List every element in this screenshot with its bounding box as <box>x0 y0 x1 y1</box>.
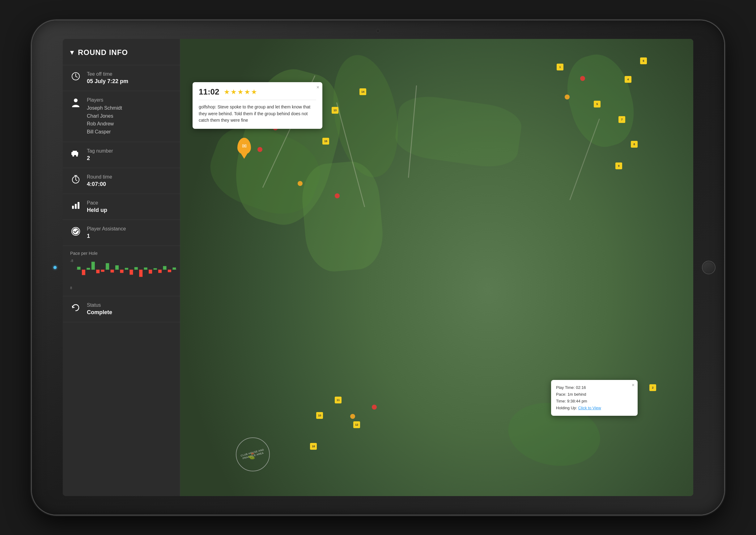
players-label: Players <box>87 97 122 103</box>
marker-orange-3 <box>350 414 355 419</box>
ipad-home-button[interactable] <box>702 261 715 274</box>
flag-5: 5 <box>594 101 600 107</box>
popup-body: golfshop: Steve spoke to the group and l… <box>199 104 316 124</box>
player-2: Charl Jones <box>87 112 122 120</box>
ipad-screen: ▾ ROUND INFO Tee off time 05 July 7:22 p… <box>63 39 693 496</box>
tee-off-item: Tee off time 05 July 7:22 pm <box>63 65 180 91</box>
svg-rect-30 <box>130 270 133 275</box>
page-title: ROUND INFO <box>78 48 128 57</box>
svg-rect-19 <box>77 267 80 270</box>
fairway-4 <box>299 159 386 274</box>
chart-axis-top: -8 <box>70 259 73 263</box>
svg-point-6 <box>72 155 74 156</box>
svg-rect-27 <box>115 265 119 270</box>
marker-red-4 <box>372 405 377 409</box>
player-assistance-value: 1 <box>87 233 126 239</box>
svg-rect-28 <box>120 270 123 273</box>
svg-rect-32 <box>139 270 142 277</box>
round-time-label: Round time <box>87 174 112 180</box>
svg-rect-5 <box>73 151 77 153</box>
svg-rect-29 <box>125 268 128 270</box>
chart-svg <box>76 259 178 280</box>
tag-value: 2 <box>87 155 113 161</box>
popup-top-header: 11:02 ★★★★★ <box>199 87 316 100</box>
pace-popup-label: Pace: <box>556 392 566 397</box>
flag-8: 8 <box>631 141 638 148</box>
chevron-down-icon: ▾ <box>70 48 73 57</box>
player-4: Bill Casper <box>87 128 122 136</box>
svg-rect-22 <box>92 262 95 270</box>
tag-number-item: Tag number 2 <box>63 142 180 168</box>
players-list: Joseph Schmidt Charl Jones Rob Andrew Bi… <box>87 104 122 136</box>
play-time-value: 02:16 <box>576 385 586 390</box>
sidebar: ▾ ROUND INFO Tee off time 05 July 7:22 p… <box>63 39 180 496</box>
status-value: Complete <box>87 309 112 316</box>
flag-11: 11 <box>335 397 341 404</box>
status-item: Status Complete <box>63 296 180 322</box>
bar-chart-icon <box>70 200 81 210</box>
popup-bottom-close[interactable]: × <box>632 382 634 388</box>
svg-rect-20 <box>82 270 85 275</box>
player-1: Joseph Schmidt <box>87 104 122 112</box>
pace-chart-label: Pace per Hole <box>70 251 172 256</box>
popup-top-close[interactable]: × <box>316 85 319 90</box>
pace-chart-section: Pace per Hole -8 <box>63 246 180 296</box>
popup-stars: ★★★★★ <box>224 88 258 96</box>
check-circle-icon <box>70 226 81 236</box>
flag-7: 7 <box>619 116 625 123</box>
sidebar-header[interactable]: ▾ ROUND INFO <box>63 39 180 65</box>
round-time-value: 4:07:00 <box>87 181 112 187</box>
tee-off-value: 05 July 7:22 pm <box>87 78 128 85</box>
svg-rect-21 <box>87 268 90 270</box>
pace-popup-value: 1m behind <box>567 392 586 397</box>
player-assistance-info: Player Assistance 1 <box>87 226 126 239</box>
popup-time: 11:02 <box>199 87 219 97</box>
holding-up-row: Holding Up: Click to View <box>556 405 633 411</box>
location-pin[interactable]: ✉ <box>237 138 251 155</box>
popup-bottom-card[interactable]: × Play Time: 02:16 Pace: 1m behind Time:… <box>551 380 638 416</box>
status-label: Status <box>87 302 112 308</box>
svg-rect-14 <box>75 204 77 209</box>
svg-rect-35 <box>154 268 157 270</box>
svg-rect-24 <box>101 270 104 272</box>
envelope-icon: ✉ <box>242 143 247 150</box>
svg-rect-36 <box>158 270 161 273</box>
tag-info: Tag number 2 <box>87 148 113 161</box>
popup-top-card[interactable]: × 11:02 ★★★★★ golfshop: Steve spoke to t… <box>192 82 322 129</box>
round-time-info: Round time 4:07:00 <box>87 174 112 187</box>
holding-up-label: Holding Up: <box>556 406 577 410</box>
svg-rect-31 <box>134 267 138 270</box>
marker-orange-4 <box>565 95 569 99</box>
marker-red-2 <box>257 147 262 152</box>
clock-icon <box>70 71 81 81</box>
chart-axis-bottom: 8 <box>70 286 72 290</box>
flag-10: 10 <box>316 412 323 419</box>
svg-rect-34 <box>149 270 152 274</box>
status-info: Status Complete <box>87 302 112 316</box>
svg-rect-25 <box>106 263 109 270</box>
svg-rect-37 <box>163 266 166 270</box>
svg-rect-38 <box>168 270 171 272</box>
map-area[interactable]: 1 4 5 6 7 8 9 10 11 12 13 14 15 2 18 CLU… <box>180 39 693 496</box>
svg-line-2 <box>76 76 77 77</box>
round-time-item: Round time 4:07:00 <box>63 168 180 194</box>
pace-row: Pace: 1m behind <box>556 391 633 398</box>
flag-12: 12 <box>353 421 360 428</box>
time-row: Time: 9:38:44 pm <box>556 398 633 405</box>
tag-label: Tag number <box>87 148 113 154</box>
golfer-icon: ⛳ <box>247 452 255 460</box>
time-popup-label: Time: <box>556 399 566 404</box>
click-to-view-link[interactable]: Click to View <box>578 406 601 410</box>
flag-13: 13 <box>332 107 338 114</box>
flag-6: 6 <box>640 57 647 64</box>
player-3: Rob Andrew <box>87 120 122 128</box>
svg-rect-15 <box>77 202 79 209</box>
player-assistance-item: Player Assistance 1 <box>63 220 180 246</box>
players-item: Players Joseph Schmidt Charl Jones Rob A… <box>63 91 180 142</box>
pace-item: Pace Held up <box>63 194 180 220</box>
tee-off-info: Tee off time 05 July 7:22 pm <box>87 71 128 85</box>
svg-rect-23 <box>96 270 100 273</box>
pace-value: Held up <box>87 207 107 213</box>
flag-15: 15 <box>322 138 329 145</box>
svg-line-10 <box>76 180 77 181</box>
